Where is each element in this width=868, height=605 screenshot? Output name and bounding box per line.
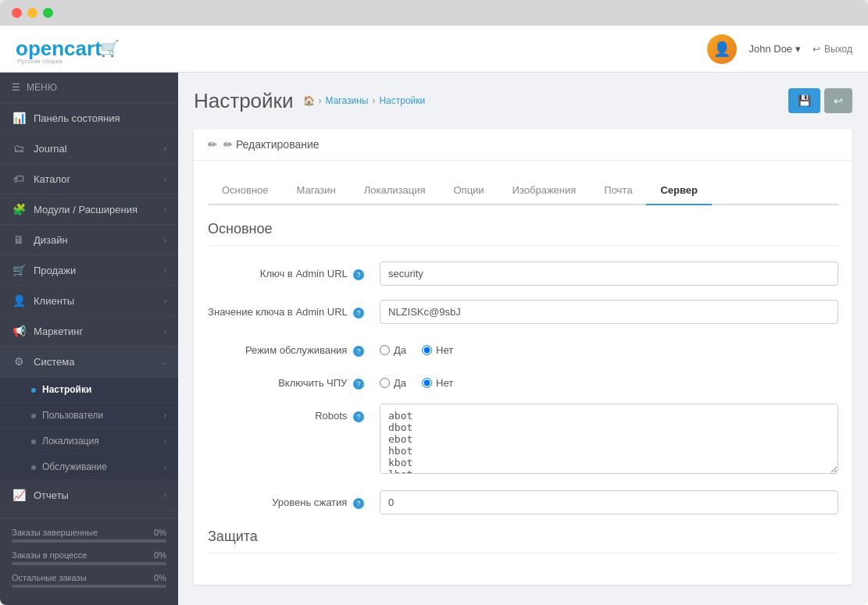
- field-admin-url-key-value: Значение ключа в Admin URL ?: [208, 300, 838, 324]
- card-body: Основное Магазин Локализация Опции Изобр: [194, 161, 852, 585]
- chevron-right-icon: ›: [164, 491, 166, 500]
- minimize-dot[interactable]: [27, 8, 38, 18]
- topbar: opencart 🛒 Русская сборка 👤 John Doe ▾ ↩…: [0, 26, 868, 73]
- sidebar-item-clients[interactable]: 👤 Клиенты ›: [0, 286, 178, 316]
- maximize-dot[interactable]: [43, 8, 53, 18]
- logout-icon: ↩: [813, 44, 820, 55]
- sidebar-item-system[interactable]: ⚙ Система ⌄: [0, 347, 178, 377]
- input-compression[interactable]: [380, 490, 838, 514]
- maintenance-no-radio[interactable]: [422, 345, 432, 355]
- journal-icon: 🗂: [12, 142, 26, 155]
- system-submenu: Настройки Пользователи › Локализация › О…: [0, 377, 178, 480]
- sidebar-sub-item-maintenance[interactable]: Обслуживание ›: [0, 454, 178, 480]
- chevron-down-icon: ▾: [795, 43, 801, 55]
- sales-icon: 🛒: [12, 264, 26, 276]
- panel-icon: 📊: [12, 112, 26, 124]
- field-admin-url-key: Ключ в Admin URL ?: [208, 262, 838, 286]
- breadcrumb: 🏠 › Магазины › Настройки: [303, 95, 426, 106]
- maintenance-yes-radio[interactable]: [380, 345, 390, 355]
- help-icon-seo[interactable]: ?: [353, 379, 364, 390]
- clients-icon: 👤: [12, 294, 26, 307]
- close-dot[interactable]: [12, 8, 22, 18]
- sidebar-item-panel[interactable]: 📊 Панель состояния: [0, 103, 178, 133]
- tab-images[interactable]: Изображения: [498, 176, 591, 205]
- sidebar-item-reports[interactable]: 📈 Отчеты ›: [0, 480, 178, 511]
- marketing-icon: 📢: [12, 325, 26, 337]
- avatar: 👤: [707, 34, 737, 64]
- chevron-right-icon: ›: [164, 175, 166, 183]
- user-area: 👤 John Doe ▾ ↩ Выход: [707, 34, 852, 64]
- modules-icon: 🧩: [12, 203, 26, 215]
- progress-other: Остальные заказы 0%: [12, 573, 166, 588]
- sidebar: ☰ МЕНЮ 📊 Панель состояния 🗂 Journal ›: [0, 73, 178, 605]
- seo-yes-radio[interactable]: [380, 378, 390, 388]
- settings-tabs: Основное Магазин Локализация Опции Изобр: [208, 176, 838, 205]
- sidebar-sub-item-users[interactable]: Пользователи ›: [0, 403, 178, 429]
- section-title: Основное: [208, 221, 838, 246]
- maintenance-no-label[interactable]: Нет: [422, 344, 453, 356]
- reports-icon: 📈: [12, 489, 26, 501]
- tab-basic[interactable]: Основное: [208, 176, 283, 205]
- window-chrome: [0, 0, 868, 26]
- input-admin-url-key-value[interactable]: [380, 300, 838, 324]
- help-icon-admin-url-key-value[interactable]: ?: [353, 308, 364, 319]
- home-icon[interactable]: 🏠: [303, 95, 315, 106]
- textarea-robots[interactable]: abot dbot ebot hbot kbot lbot: [380, 404, 838, 474]
- sidebar-progress-section: Заказы завершенные 0% Заказы в процессе …: [0, 518, 178, 605]
- menu-icon: ☰: [12, 82, 20, 93]
- seo-yes-label[interactable]: Да: [380, 377, 406, 389]
- label-maintenance-mode: Режим обслуживания ?: [208, 338, 380, 357]
- label-admin-url-key-value: Значение ключа в Admin URL ?: [208, 300, 380, 319]
- field-maintenance-mode: Режим обслуживания ? Да: [208, 338, 838, 357]
- field-seo-url: Включить ЧПУ ? Да Не: [208, 371, 838, 390]
- breadcrumb-stores[interactable]: Магазины: [326, 95, 369, 106]
- input-admin-url-key[interactable]: [380, 262, 838, 286]
- sidebar-item-catalog[interactable]: 🏷 Каталог ›: [0, 164, 178, 194]
- chevron-right-icon: ›: [164, 411, 166, 420]
- sidebar-sub-item-settings[interactable]: Настройки: [0, 377, 178, 403]
- breadcrumb-separator: ›: [319, 95, 322, 106]
- chevron-right-icon: ›: [164, 205, 166, 214]
- field-robots: Robots ? abot dbot ebot hbot kbot lbot: [208, 404, 838, 476]
- chevron-right-icon: ›: [164, 266, 166, 275]
- help-icon-robots[interactable]: ?: [353, 411, 364, 422]
- breadcrumb-separator2: ›: [372, 95, 375, 106]
- sidebar-item-design[interactable]: 🖥 Дизайн ›: [0, 225, 178, 255]
- sidebar-item-sales[interactable]: 🛒 Продажи ›: [0, 255, 178, 286]
- page-title: Настройки: [194, 89, 294, 113]
- logout-button[interactable]: ↩ Выход: [813, 44, 852, 55]
- chevron-right-icon: ›: [164, 437, 166, 446]
- chevron-right-icon: ›: [164, 236, 166, 244]
- back-button[interactable]: ↩: [824, 88, 852, 113]
- design-icon: 🖥: [12, 233, 26, 246]
- logo-area: opencart 🛒 Русская сборка: [16, 34, 152, 65]
- sidebar-item-marketing[interactable]: 📢 Маркетинг ›: [0, 316, 178, 347]
- page-header: Настройки 🏠 › Магазины › Настройки 💾 ↩: [194, 88, 852, 113]
- help-icon-compression[interactable]: ?: [353, 498, 364, 509]
- tab-store[interactable]: Магазин: [283, 176, 350, 205]
- tab-mail[interactable]: Почта: [590, 176, 646, 205]
- chevron-right-icon: ›: [164, 327, 166, 336]
- svg-text:Русская сборка: Русская сборка: [17, 58, 63, 65]
- sidebar-item-journal[interactable]: 🗂 Journal ›: [0, 133, 178, 164]
- sidebar-header: ☰ МЕНЮ: [0, 73, 178, 103]
- seo-no-label[interactable]: Нет: [422, 377, 453, 389]
- svg-text:🛒: 🛒: [100, 39, 120, 58]
- breadcrumb-current[interactable]: Настройки: [379, 95, 425, 106]
- chevron-right-icon: ›: [164, 144, 166, 153]
- user-name-button[interactable]: John Doe ▾: [748, 43, 801, 55]
- svg-text:opencart: opencart: [16, 37, 102, 60]
- seo-radio-group: Да Нет: [380, 371, 838, 389]
- tab-options[interactable]: Опции: [439, 176, 498, 205]
- help-icon-maintenance[interactable]: ?: [353, 346, 364, 357]
- opencart-logo-svg: opencart 🛒 Русская сборка: [16, 34, 152, 65]
- sidebar-sub-item-localization[interactable]: Локализация ›: [0, 429, 178, 454]
- maintenance-yes-label[interactable]: Да: [380, 344, 406, 356]
- help-icon-admin-url-key[interactable]: ?: [353, 269, 364, 280]
- sidebar-item-modules[interactable]: 🧩 Модули / Расширения ›: [0, 194, 178, 225]
- tab-localization[interactable]: Локализация: [350, 176, 440, 205]
- pencil-icon: ✏: [208, 138, 217, 151]
- tab-server[interactable]: Сервер: [646, 176, 712, 205]
- seo-no-radio[interactable]: [422, 378, 432, 388]
- save-button[interactable]: 💾: [788, 88, 820, 113]
